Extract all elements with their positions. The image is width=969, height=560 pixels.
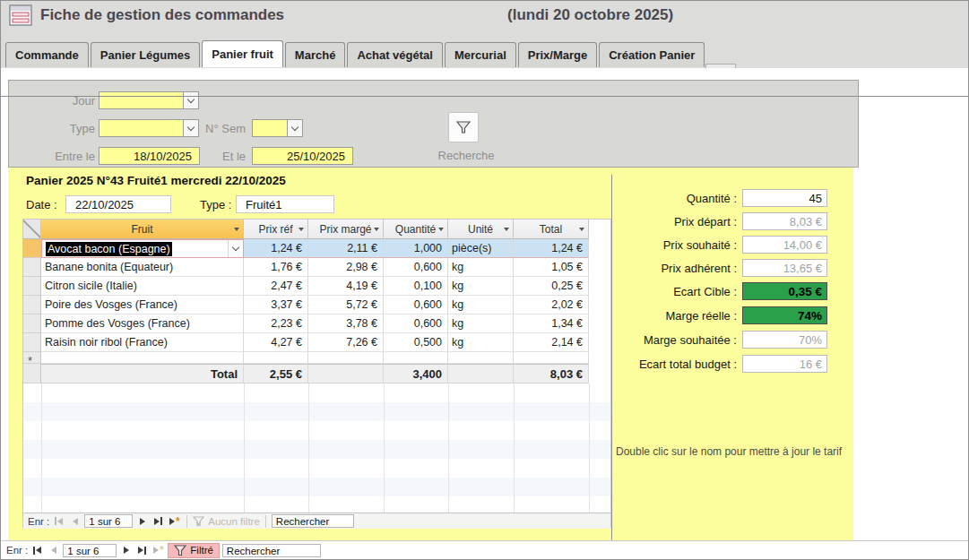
cell-quantite[interactable]: 0,500 bbox=[384, 333, 448, 352]
next-record-button[interactable] bbox=[135, 515, 149, 528]
table-row[interactable]: Avocat bacon (Espagne) 1,24 € 2,11 € 1,0… bbox=[23, 239, 610, 258]
first-record-button[interactable] bbox=[30, 544, 44, 556]
cell-fruit[interactable]: Citron sicile (Italie) bbox=[41, 277, 244, 296]
table-row[interactable]: Poire des Vosges (France) 3,37 € 5,72 € … bbox=[23, 296, 610, 314]
num-sem-combobox[interactable] bbox=[252, 119, 303, 137]
entre-le-date-field[interactable]: 18/10/2025 bbox=[99, 147, 200, 165]
new-record-button[interactable]: * bbox=[168, 515, 181, 528]
cell-unite[interactable]: kg bbox=[448, 296, 514, 314]
tab-panier-fruit[interactable]: Panier fruit bbox=[202, 40, 283, 67]
new-record-selector[interactable]: * bbox=[23, 352, 41, 364]
cell-prix-marge[interactable]: 3,78 € bbox=[308, 314, 384, 333]
tab-panier-legumes[interactable]: Panier Légumes bbox=[91, 42, 200, 67]
date-field[interactable]: 22/10/2025 bbox=[65, 195, 171, 213]
record-position-box[interactable]: 1 sur 6 bbox=[63, 544, 117, 557]
column-header-fruit[interactable]: Fruit bbox=[41, 220, 244, 239]
row-selector[interactable] bbox=[23, 258, 41, 277]
last-record-button[interactable] bbox=[151, 515, 165, 528]
cell-total[interactable]: 2,14 € bbox=[514, 333, 589, 352]
no-filter-button[interactable]: Aucun filtre bbox=[193, 516, 260, 527]
table-row[interactable]: Raisin noir ribol (France) 4,27 € 7,26 €… bbox=[23, 333, 610, 352]
cell-fruit[interactable]: Poire des Vosges (France) bbox=[41, 296, 244, 314]
num-sem-dropdown-button[interactable] bbox=[287, 120, 302, 136]
column-header-total[interactable]: Total bbox=[514, 220, 589, 239]
quantite-field[interactable]: 45 bbox=[742, 189, 827, 207]
column-header-unite[interactable]: Unité bbox=[448, 220, 514, 239]
cell-quantite[interactable]: 0,100 bbox=[384, 277, 448, 296]
tab-marche[interactable]: Marché bbox=[285, 42, 346, 67]
record-position-box[interactable]: 1 sur 6 bbox=[84, 514, 133, 528]
cell-prix-ref[interactable]: 1,24 € bbox=[244, 239, 308, 258]
tab-prix-marge[interactable]: Prix/Marge bbox=[518, 42, 597, 67]
sort-dropdown-icon[interactable] bbox=[374, 228, 379, 231]
next-record-button[interactable] bbox=[119, 544, 133, 556]
column-header-quantite[interactable]: Quantité bbox=[384, 220, 448, 239]
table-row[interactable]: Citron sicile (Italie) 2,47 € 4,19 € 0,1… bbox=[23, 277, 610, 296]
type-dropdown-button[interactable] bbox=[183, 120, 198, 136]
cell-unite[interactable]: pièce(s) bbox=[448, 239, 514, 258]
cell-quantite[interactable]: 0,600 bbox=[384, 258, 448, 277]
filtered-toggle-button[interactable]: Filtré bbox=[168, 543, 220, 558]
cell-prix-marge[interactable]: 7,26 € bbox=[308, 333, 384, 352]
tab-creation-panier[interactable]: Création Panier bbox=[599, 42, 705, 67]
last-record-button[interactable] bbox=[135, 544, 149, 556]
first-record-button[interactable] bbox=[52, 515, 65, 528]
cell-prix-ref[interactable]: 2,47 € bbox=[244, 277, 308, 296]
table-row[interactable]: Pomme des Vosges (France) 2,23 € 3,78 € … bbox=[23, 314, 610, 333]
row-selector[interactable] bbox=[23, 314, 41, 333]
row-selector[interactable] bbox=[23, 277, 41, 296]
cell-unite[interactable]: kg bbox=[448, 314, 514, 333]
new-record-row[interactable]: * bbox=[23, 352, 610, 364]
cell-unite[interactable]: kg bbox=[448, 277, 514, 296]
record-search-input[interactable]: Rechercher bbox=[272, 514, 354, 528]
cell-prix-marge[interactable]: 5,72 € bbox=[308, 296, 384, 314]
row-selector[interactable] bbox=[23, 333, 41, 352]
previous-record-button[interactable] bbox=[47, 544, 60, 556]
cell-fruit[interactable]: Raisin noir ribol (France) bbox=[41, 333, 244, 352]
cell-fruit[interactable]: Pomme des Vosges (France) bbox=[41, 314, 244, 333]
jour-dropdown-button[interactable] bbox=[183, 92, 198, 108]
sort-dropdown-icon[interactable] bbox=[579, 228, 584, 231]
sort-dropdown-icon[interactable] bbox=[504, 228, 509, 231]
cell-quantite[interactable]: 0,600 bbox=[384, 314, 448, 333]
table-row[interactable]: Banane bonita (Equateur) 1,76 € 2,98 € 0… bbox=[23, 258, 610, 277]
cell-prix-ref[interactable]: 4,27 € bbox=[244, 333, 308, 352]
cell-prix-marge[interactable]: 4,19 € bbox=[308, 277, 384, 296]
type-combobox[interactable] bbox=[99, 119, 199, 137]
record-search-input[interactable]: Rechercher bbox=[222, 544, 321, 557]
new-record-button[interactable]: * bbox=[151, 544, 165, 556]
cell-prix-ref[interactable]: 2,23 € bbox=[244, 314, 308, 333]
tab-achat-vegetal[interactable]: Achat végétal bbox=[347, 42, 443, 67]
sort-dropdown-icon[interactable] bbox=[438, 228, 444, 231]
et-le-date-field[interactable]: 25/10/2025 bbox=[252, 147, 353, 165]
fruit-dropdown-button[interactable] bbox=[228, 240, 243, 257]
column-header-prix-ref[interactable]: Prix réf bbox=[244, 220, 308, 239]
tab-mercurial[interactable]: Mercurial bbox=[445, 42, 516, 67]
tab-commande[interactable]: Commande bbox=[5, 42, 89, 67]
row-selector[interactable] bbox=[23, 239, 41, 258]
sort-dropdown-icon[interactable] bbox=[298, 228, 304, 231]
cell-prix-ref[interactable]: 3,37 € bbox=[244, 296, 308, 314]
cell-quantite[interactable]: 1,000 bbox=[384, 239, 448, 258]
cell-total[interactable]: 1,05 € bbox=[514, 258, 589, 277]
cell-prix-marge[interactable]: 2,98 € bbox=[308, 258, 384, 277]
cell-prix-marge[interactable]: 2,11 € bbox=[308, 239, 384, 258]
row-selector[interactable] bbox=[23, 296, 41, 314]
cell-total[interactable]: 2,02 € bbox=[514, 296, 589, 314]
search-filter-button[interactable] bbox=[448, 112, 479, 142]
cell-prix-ref[interactable]: 1,76 € bbox=[244, 258, 308, 277]
fruit-combobox[interactable]: Avocat bacon (Espagne) bbox=[41, 239, 244, 258]
column-header-prix-marge[interactable]: Prix margé bbox=[308, 220, 384, 239]
select-all-cell[interactable] bbox=[23, 220, 41, 239]
previous-record-button[interactable] bbox=[68, 515, 82, 528]
cell-unite[interactable]: kg bbox=[448, 333, 514, 352]
sort-dropdown-icon[interactable] bbox=[234, 228, 239, 231]
cell-fruit[interactable]: Banane bonita (Equateur) bbox=[41, 258, 244, 277]
jour-combobox[interactable] bbox=[99, 91, 199, 109]
cell-unite[interactable]: kg bbox=[448, 258, 514, 277]
cell-quantite[interactable]: 0,600 bbox=[384, 296, 448, 314]
type-panier-field[interactable]: Fruité1 bbox=[236, 195, 334, 213]
cell-total[interactable]: 0,25 € bbox=[514, 277, 589, 296]
cell-total[interactable]: 1,24 € bbox=[514, 239, 589, 258]
cell-total[interactable]: 1,34 € bbox=[514, 314, 589, 333]
